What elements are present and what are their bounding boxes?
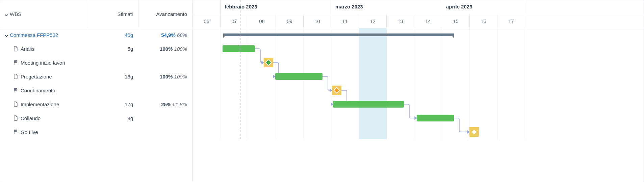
task-bar[interactable] (223, 45, 255, 52)
timeline-row (193, 97, 644, 111)
timeline-row (193, 56, 644, 70)
row-stimati: 17g (88, 101, 139, 107)
flag-icon (13, 88, 19, 93)
timeline-months: febbraio 2023marzo 2023aprile 2023 (193, 0, 644, 14)
week-header: 15 (442, 14, 470, 28)
week-header: 14 (414, 14, 442, 28)
timeline-row (193, 28, 644, 42)
wbs-header: WBS Stimati Avanzamento (0, 0, 192, 28)
timeline-row (193, 70, 644, 84)
row-progress: 25% 61,8% (138, 101, 192, 107)
row-name: Meeting inizio lavori (21, 60, 65, 66)
row-name: Progettazione (21, 74, 52, 79)
col-header-wbs[interactable]: WBS (0, 0, 88, 28)
milestone-orange[interactable] (332, 86, 341, 95)
week-header: 08 (248, 14, 276, 28)
row-name: Coordinamento (21, 88, 55, 93)
month-header: marzo 2023 (331, 0, 442, 14)
wbs-task-row[interactable]: Progettazione16g100% 100% (0, 70, 192, 84)
month-header: febbraio 2023 (221, 0, 331, 14)
row-name: Collaudo (21, 115, 41, 121)
month-header: aprile 2023 (442, 0, 525, 14)
week-header: 12 (359, 14, 387, 28)
timeline-weeks: 060708091011121314151617 (193, 14, 644, 28)
week-header: 11 (331, 14, 359, 28)
wbs-rows: Commessa FFPP53246g54,9% 68%Analisi5g100… (0, 28, 192, 139)
wbs-header-label: WBS (10, 11, 21, 17)
task-bar[interactable] (275, 73, 323, 80)
row-stimati: 8g (88, 115, 139, 121)
row-name: Commessa FFPP532 (10, 32, 58, 38)
row-progress: 54,9% 68% (138, 32, 192, 38)
row-stimati: 16g (88, 74, 139, 79)
gantt-chart: WBS Stimati Avanzamento Commessa FFPP532… (0, 0, 644, 182)
flag-icon (13, 129, 19, 135)
wbs-panel: WBS Stimati Avanzamento Commessa FFPP532… (0, 0, 193, 182)
timeline-body[interactable] (193, 28, 644, 139)
document-icon (13, 115, 19, 121)
week-header: 06 (193, 14, 221, 28)
summary-bar[interactable] (223, 33, 454, 36)
wbs-task-row[interactable]: Coordinamento (0, 84, 192, 97)
avanz-header-label: Avanzamento (156, 11, 187, 17)
wbs-parent-row[interactable]: Commessa FFPP53246g54,9% 68% (0, 28, 192, 42)
task-bar[interactable] (333, 101, 404, 108)
col-header-avanzamento[interactable]: Avanzamento (138, 0, 192, 28)
timeline-panel: febbraio 2023marzo 2023aprile 2023 06070… (193, 0, 644, 182)
wbs-task-row[interactable]: Collaudo8g (0, 111, 192, 125)
week-header: 17 (497, 14, 525, 28)
wbs-task-row[interactable]: Meeting inizio lavori (0, 56, 192, 70)
document-icon (13, 101, 19, 107)
week-header: 16 (470, 14, 497, 28)
week-header: 10 (304, 14, 331, 28)
document-icon (13, 46, 19, 51)
row-stimati: 46g (88, 32, 139, 38)
week-header: 13 (387, 14, 414, 28)
timeline-row (193, 42, 644, 56)
row-progress: 100% 100% (138, 74, 192, 79)
timeline-row (193, 84, 644, 97)
row-name: Implementazione (21, 101, 59, 107)
milestone-green[interactable] (264, 58, 273, 67)
timeline-header: febbraio 2023marzo 2023aprile 2023 06070… (193, 0, 644, 28)
row-name: Analisi (21, 46, 35, 52)
col-header-stimati[interactable]: Stimati (88, 0, 139, 28)
row-progress: 100% 100% (138, 46, 192, 52)
row-stimati: 5g (88, 46, 139, 52)
wbs-task-row[interactable]: Implementazione17g25% 61,8% (0, 97, 192, 111)
row-name: Go Live (21, 129, 38, 135)
timeline-row (193, 125, 644, 139)
timeline-row (193, 111, 644, 125)
month-spacer (193, 0, 221, 14)
task-bar[interactable] (417, 115, 454, 121)
week-header: 07 (221, 14, 248, 28)
week-header: 09 (276, 14, 304, 28)
wbs-task-row[interactable]: Analisi5g100% 100% (0, 42, 192, 56)
stimati-header-label: Stimati (117, 11, 133, 17)
document-icon (13, 74, 19, 79)
milestone-white[interactable] (469, 127, 479, 137)
flag-icon (13, 60, 19, 65)
chevron-down-icon[interactable] (4, 13, 8, 16)
wbs-task-row[interactable]: Go Live (0, 125, 192, 139)
today-line (240, 0, 240, 139)
chevron-down-icon[interactable] (4, 33, 8, 37)
